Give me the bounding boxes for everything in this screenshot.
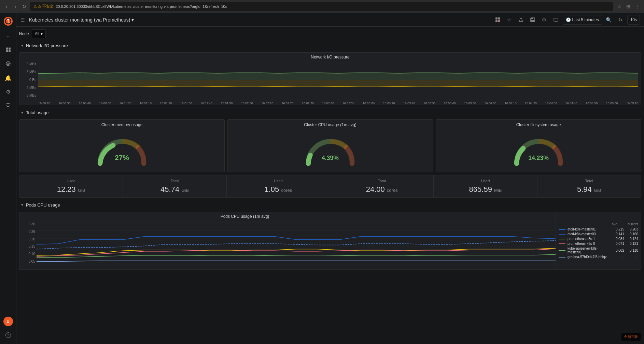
sidebar-item-server-admin[interactable]: 🛡 (2, 99, 14, 111)
x-label-11: 16:02:00 (241, 102, 253, 105)
legend-item-4: kube-apiserver-k8s-master01 0.062 0.118 (559, 247, 638, 254)
x-label-29: 16:05:00 (606, 102, 618, 105)
tv-mode-button[interactable] (551, 15, 561, 25)
x-label-5: 16:01:00 (120, 102, 131, 105)
nav-forward-button[interactable]: › (12, 3, 18, 10)
node-filter-label: Node (19, 31, 29, 36)
x-label-21: 16:03:40 (444, 102, 456, 105)
x-label-9: 16:01:40 (200, 102, 212, 105)
y-label-3mbs: 3 MBs (27, 70, 36, 74)
sidebar-item-alerting[interactable]: 🔔 (2, 72, 14, 84)
browser-actions: ☆ ⊞ ⋮ (616, 3, 641, 10)
shield-icon: 🛡 (5, 102, 11, 108)
legend-item-1: etcd-k8s-master03 0.141 0.160 (559, 232, 638, 236)
pods-chart-svg-container (37, 222, 556, 263)
extensions-button[interactable]: ⊞ (625, 3, 632, 10)
pods-chart-inner: Pods CPU usage (1m avg) 0.30 0.25 0.20 0… (19, 212, 641, 269)
stat-memory-total-value: 45.74 GiB (127, 185, 222, 194)
pods-y-010: 0.10 (29, 252, 35, 256)
pods-chart-svg (37, 222, 556, 263)
network-io-section-header[interactable]: ▼ Network I/O pressure (19, 41, 641, 50)
svg-rect-8 (9, 50, 11, 52)
settings-button[interactable]: ⚙ (540, 15, 549, 25)
svg-marker-27 (38, 73, 638, 80)
filesystem-gauge-svg: 14.23% (511, 132, 566, 170)
x-label-8: 16:01:30 (180, 102, 192, 105)
memory-gauge-container: 27% (19, 130, 224, 172)
dashboard-content: Node All ▾ ▼ Network I/O pressure Networ… (16, 27, 644, 273)
hamburger-icon: ☰ (20, 17, 25, 23)
x-label-24: 16:04:10 (505, 102, 517, 105)
svg-rect-7 (6, 50, 8, 52)
time-range-button[interactable]: 🕐 Last 5 minutes (563, 15, 602, 25)
menu-button[interactable]: ⋮ (634, 3, 641, 10)
stat-fs-used-label: Used (438, 179, 533, 183)
x-label-13: 16:02:20 (282, 102, 294, 105)
refresh-button[interactable]: ↻ (616, 15, 625, 25)
legend-current-3: 0.121 (626, 242, 638, 246)
stat-fs-total-value: 5.94 GiB (542, 185, 637, 194)
sidebar-item-dashboards[interactable] (2, 44, 14, 57)
top-bar-actions: ☆ ⚙ (493, 15, 640, 25)
star-button[interactable]: ☆ (505, 15, 514, 25)
add-panel-button[interactable] (493, 15, 503, 25)
stat-memory-total: Total 45.74 GiB (123, 175, 226, 197)
svg-rect-11 (498, 17, 500, 19)
stat-fs-used: Used 865.59 MiB (434, 175, 537, 197)
sidebar-bottom: U ? (2, 315, 14, 344)
legend-line-1 (559, 234, 565, 235)
legend-item-3: prometheus-k8s-0 0.071 0.121 (559, 242, 638, 246)
svg-text:27%: 27% (115, 154, 129, 161)
legend-name-4: kube-apiserver-k8s-master01 (568, 247, 610, 254)
bookmark-button[interactable]: ☆ (616, 3, 623, 10)
stat-memory-total-label: Total (127, 179, 222, 183)
legend-name-1: etcd-k8s-master03 (568, 232, 610, 236)
refresh-interval[interactable]: 10s (627, 15, 640, 25)
zoom-out-button[interactable]: 🔍 (604, 15, 614, 25)
nav-back-button[interactable]: ‹ (3, 3, 10, 10)
legend-name-2: prometheus-k8s-1 (568, 237, 610, 241)
pods-cpu-chart-panel: Pods CPU usage (1m avg) 0.30 0.25 0.20 0… (19, 212, 641, 270)
total-usage-section-header[interactable]: ▼ Total usage (19, 108, 641, 117)
legend-name-3: prometheus-k8s-0 (568, 242, 610, 246)
x-label-19: 16:03:20 (403, 102, 415, 105)
user-avatar: U (3, 317, 13, 326)
sidebar: + 🔔 ⚙ (0, 13, 16, 344)
y-label-0bs: 0 Bs (29, 78, 36, 82)
svg-text:14.23%: 14.23% (528, 155, 549, 161)
x-label-27: 16:04:40 (565, 102, 577, 105)
sidebar-item-configuration[interactable]: ⚙ (2, 85, 14, 98)
legend-current-0: 0.203 (626, 227, 638, 231)
share-button[interactable] (516, 15, 526, 25)
top-bar: ☰ Kubernetes cluster monitoring (via Pro… (16, 13, 644, 27)
grafana-logo[interactable] (3, 16, 14, 27)
node-filter-select[interactable]: All ▾ (32, 29, 46, 38)
nav-reload-button[interactable]: ↻ (21, 3, 27, 10)
save-button[interactable] (528, 15, 537, 25)
x-label-7: 16:01:20 (160, 102, 172, 105)
stat-memory-used: Used 12.23 GiB (19, 175, 123, 197)
filesystem-gauge-panel: Cluster filesystem usage 14.23% (436, 119, 641, 172)
x-label-4: 16:00:50 (99, 102, 111, 105)
total-usage-title: Total usage (26, 110, 49, 115)
svg-marker-28 (38, 80, 638, 87)
sidebar-item-add[interactable]: + (2, 31, 14, 43)
sidebar-item-explore[interactable] (2, 58, 14, 70)
gauge-row: Cluster memory usage 27% (19, 119, 641, 172)
x-label-1: 16:00:20 (38, 102, 50, 105)
url-text: 20.0.20.201:30030/d/hLSCcx5Wk/kubernetes… (56, 4, 227, 9)
x-label-6: 16:01:10 (140, 102, 152, 105)
legend-avg-0: 0.215 (612, 227, 624, 231)
memory-gauge-panel: Cluster memory usage 27% (19, 119, 225, 172)
pods-y-030: 0.30 (29, 222, 35, 226)
sidebar-item-profile[interactable]: U (2, 315, 14, 328)
app-layout: + 🔔 ⚙ (0, 13, 644, 344)
filesystem-gauge-title: Cluster filesystem usage (514, 120, 564, 130)
x-label-20: 16:03:30 (423, 102, 435, 105)
clock-icon: 🕐 (566, 17, 571, 22)
url-bar[interactable]: ⚠ ⚠ 不安全 20.0.20.201:30030/d/hLSCcx5Wk/ku… (30, 2, 613, 11)
sidebar-item-help[interactable]: ? (2, 329, 14, 341)
pods-cpu-section-header[interactable]: ▼ Pods CPU usage (19, 200, 641, 210)
y-label-minus2mbs: -2 MBs (25, 86, 36, 90)
x-label-17: 16:03:00 (363, 102, 375, 105)
